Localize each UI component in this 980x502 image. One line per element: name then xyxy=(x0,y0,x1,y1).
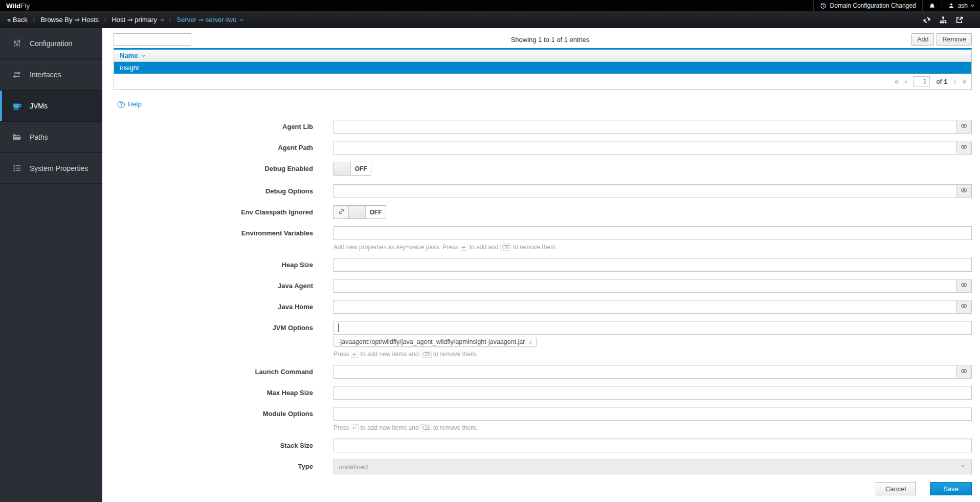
form-row-java-agent: Java Agent xyxy=(102,279,972,293)
field-label: Launch Command xyxy=(102,365,333,376)
toggle-state-label: OFF xyxy=(366,206,386,219)
breadcrumb-separator: / xyxy=(104,16,106,24)
brand-light: Fly xyxy=(20,2,30,10)
heap-size-input[interactable] xyxy=(333,258,972,272)
refresh-icon[interactable] xyxy=(923,16,931,24)
resolve-expression-button[interactable] xyxy=(956,300,972,314)
resolve-expression-button[interactable] xyxy=(956,120,972,134)
form-row-jvm-options: JVM Options -javaagent:/opt/wildfly/java… xyxy=(102,321,972,358)
field-label: Max Heap Size xyxy=(102,386,333,397)
enter-key-icon: ↵ xyxy=(460,244,467,251)
form-row-env-classpath-ignored: Env Classpath Ignored OFF xyxy=(102,205,972,219)
breadcrumb-separator: / xyxy=(33,16,35,24)
type-select[interactable]: undefined xyxy=(333,460,972,474)
breadcrumb-server-server-two[interactable]: Server ⇒ server-two xyxy=(176,16,243,24)
domain-configuration-changed-button[interactable]: Domain Configuration Changed xyxy=(813,0,922,11)
debug-options-input[interactable] xyxy=(333,184,957,198)
help-link[interactable]: ? Help xyxy=(118,100,142,108)
history-icon xyxy=(820,3,827,9)
agent-path-input[interactable] xyxy=(333,141,957,155)
launch-command-input[interactable] xyxy=(333,365,957,379)
pagination-of-total: of1 xyxy=(936,78,947,85)
sidebar-item-configuration[interactable]: Configuration xyxy=(0,28,102,59)
field-helper-text: Press ↵ to add new items and ⌫ to remove… xyxy=(333,424,972,431)
cancel-button[interactable]: Cancel xyxy=(876,482,916,495)
resolve-expression-button[interactable] xyxy=(956,141,972,155)
table-search-input[interactable] xyxy=(114,33,191,46)
resolve-expression-button[interactable] xyxy=(956,184,972,198)
topology-icon[interactable] xyxy=(939,16,947,24)
field-label: Debug Options xyxy=(102,184,333,195)
env-classpath-ignored-toggle[interactable]: OFF xyxy=(333,205,386,219)
agent-lib-input[interactable] xyxy=(333,120,957,134)
wildfly-logo[interactable]: WildFly xyxy=(0,0,36,11)
jvm-options-input[interactable] xyxy=(333,321,972,335)
sidebar-item-label: System Properties xyxy=(30,164,88,172)
text-cursor xyxy=(338,323,339,332)
pagination-last-button[interactable]: » xyxy=(962,78,966,85)
pagination-next-button[interactable]: › xyxy=(954,78,956,85)
bell-icon xyxy=(929,3,936,9)
form-row-type: Type undefined xyxy=(102,460,972,474)
user-menu[interactable]: ash xyxy=(942,0,980,11)
save-button[interactable]: Save xyxy=(930,482,972,495)
pagination-page-input[interactable] xyxy=(913,76,930,86)
pagination-prev-button[interactable]: ‹ xyxy=(905,78,907,85)
chevron-down-icon xyxy=(971,3,974,7)
sidebar-item-jvms[interactable]: JVMs xyxy=(0,91,102,122)
module-options-input[interactable] xyxy=(333,407,972,421)
resolve-expression-button[interactable] xyxy=(956,365,972,379)
table-toolbar: Showing 1 to 1 of 1 entries Add Remove xyxy=(114,33,972,46)
breadcrumb: « Back / Browse By ⇒ Hosts / Host ⇒ prim… xyxy=(0,11,980,28)
field-label: JVM Options xyxy=(102,321,333,332)
column-header-name[interactable]: Name xyxy=(114,50,971,62)
tag-remove-button[interactable]: x xyxy=(529,339,532,345)
sidebar-item-label: JVMs xyxy=(30,102,48,110)
expression-link-button[interactable] xyxy=(334,206,349,219)
form-row-heap-size: Heap Size xyxy=(102,258,972,272)
field-label: Stack Size xyxy=(102,439,333,449)
sidebar-item-paths[interactable]: Paths xyxy=(0,122,102,153)
type-select-value: undefined xyxy=(339,463,368,471)
stack-size-input[interactable] xyxy=(333,439,972,452)
jvm-options-tags: -javaagent:/opt/wildfly/java_agent_wildf… xyxy=(333,337,972,347)
enter-key-icon: ↵ xyxy=(351,351,359,358)
max-heap-size-input[interactable] xyxy=(333,386,972,400)
field-label: Agent Lib xyxy=(102,120,333,130)
java-agent-input[interactable] xyxy=(333,279,957,293)
chevron-down-icon xyxy=(961,464,965,467)
table-row-insight[interactable]: insight xyxy=(114,62,971,74)
field-label: Environment Variables xyxy=(102,226,333,237)
breadcrumb-host-primary[interactable]: Host ⇒ primary xyxy=(112,16,163,24)
form-row-debug-enabled: Debug Enabled OFF xyxy=(102,162,972,177)
field-label: Module Options xyxy=(102,407,333,418)
resolve-expression-button[interactable] xyxy=(956,279,972,293)
eye-icon xyxy=(961,187,968,196)
field-label: Type xyxy=(102,460,333,470)
remove-button[interactable]: Remove xyxy=(937,33,972,46)
add-button[interactable]: Add xyxy=(911,33,934,46)
form-actions: Cancel Save xyxy=(102,482,972,495)
environment-variables-input[interactable] xyxy=(333,226,972,240)
help-icon: ? xyxy=(118,101,125,108)
jvm-form: Agent Lib Agent Path Debug Enabled OFF xyxy=(102,120,980,474)
notifications-button[interactable] xyxy=(922,0,942,11)
sidebar-item-label: Configuration xyxy=(30,39,72,48)
sidebar: Configuration Interfaces JVMs Paths Syst… xyxy=(0,28,102,502)
tag-text: -javaagent:/opt/wildfly/java_agent_wildf… xyxy=(338,338,525,345)
brand-bold: Wild xyxy=(6,2,20,10)
breadcrumb-browse-by-hosts[interactable]: Browse By ⇒ Hosts xyxy=(40,16,98,24)
folder-open-icon xyxy=(12,133,22,142)
sidebar-item-system-properties[interactable]: System Properties xyxy=(0,153,102,184)
masthead-right: Domain Configuration Changed ash xyxy=(813,0,980,11)
external-link-icon[interactable] xyxy=(955,16,964,24)
pagination-first-button[interactable]: « xyxy=(895,78,899,85)
sidebar-item-interfaces[interactable]: Interfaces xyxy=(0,59,102,91)
coffee-cup-icon xyxy=(12,101,22,111)
java-home-input[interactable] xyxy=(333,300,957,314)
domain-configuration-changed-label: Domain Configuration Changed xyxy=(830,2,916,9)
debug-enabled-toggle[interactable]: OFF xyxy=(333,162,371,176)
field-helper-text: Add new properties as key=value pairs. P… xyxy=(333,244,972,251)
form-row-agent-path: Agent Path xyxy=(102,141,972,155)
back-link[interactable]: « Back xyxy=(7,16,28,24)
